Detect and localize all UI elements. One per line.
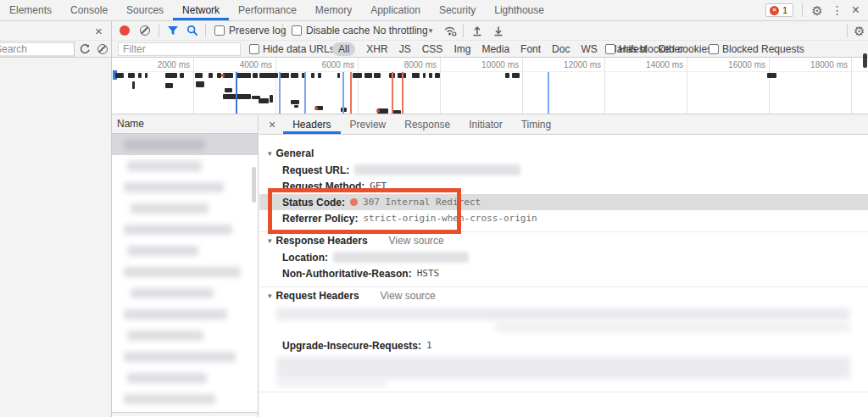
filter-input[interactable] bbox=[118, 42, 241, 56]
request-list-panel: Name bbox=[112, 114, 259, 417]
refresh-icon[interactable] bbox=[79, 43, 91, 55]
clear-requests-icon[interactable] bbox=[140, 25, 150, 36]
request-list-item[interactable] bbox=[112, 176, 258, 197]
request-detail-panel: × Headers Preview Response Initiator Tim… bbox=[259, 114, 868, 417]
hide-data-urls-checkbox[interactable] bbox=[249, 44, 259, 54]
preserve-log-checkbox[interactable] bbox=[214, 25, 225, 36]
request-view-source-link[interactable]: View source bbox=[381, 290, 436, 302]
filter-bar: Hide data URLs AllXHRJSCSSImgMediaFontDo… bbox=[0, 40, 868, 58]
status-redirect-dot-icon bbox=[350, 198, 358, 206]
divider bbox=[802, 3, 803, 17]
filter-chip-font[interactable]: Font bbox=[520, 43, 541, 55]
network-conditions-icon[interactable] bbox=[443, 25, 457, 36]
request-list-item[interactable] bbox=[112, 134, 258, 155]
tab-console[interactable]: Console bbox=[61, 0, 117, 20]
filter-funnel-icon[interactable] bbox=[167, 25, 179, 36]
tab-application[interactable]: Application bbox=[361, 0, 430, 20]
detail-tabbar: × Headers Preview Response Initiator Tim… bbox=[259, 114, 868, 135]
settings-gear-icon[interactable]: ⚙ bbox=[811, 4, 822, 17]
general-section-header[interactable]: ▾ General bbox=[259, 145, 868, 162]
timeline-segment: 18000 ms bbox=[770, 58, 852, 114]
tab-sources[interactable]: Sources bbox=[117, 0, 173, 20]
tab-performance[interactable]: Performance bbox=[229, 0, 306, 20]
upgrade-insecure-requests-row: Upgrade-Insecure-Requests: 1 bbox=[259, 337, 868, 353]
request-list-item[interactable] bbox=[112, 367, 258, 388]
detail-tab-headers[interactable]: Headers bbox=[283, 114, 340, 134]
tab-network[interactable]: Network bbox=[173, 0, 229, 20]
request-list-item[interactable] bbox=[112, 303, 258, 325]
filter-chip-doc[interactable]: Doc bbox=[552, 43, 570, 55]
tab-security[interactable]: Security bbox=[430, 0, 485, 20]
request-list-item[interactable] bbox=[112, 155, 258, 176]
detail-tab-preview[interactable]: Preview bbox=[341, 114, 396, 134]
record-button[interactable] bbox=[120, 25, 130, 36]
filter-chip-js[interactable]: JS bbox=[399, 43, 411, 55]
request-headers-section-header[interactable]: ▾ Request Headers View source bbox=[259, 287, 868, 304]
vertical-scrollbar[interactable] bbox=[863, 53, 867, 68]
disable-cache-checkbox[interactable] bbox=[292, 25, 302, 36]
request-url-label: Request URL: bbox=[282, 164, 349, 176]
search-sidebar bbox=[0, 58, 111, 417]
tab-elements[interactable]: Elements bbox=[0, 0, 61, 20]
list-footer bbox=[112, 413, 258, 416]
referrer-policy-label: Referrer Policy: bbox=[282, 213, 358, 225]
divider bbox=[159, 24, 159, 37]
request-list-item[interactable] bbox=[112, 346, 258, 367]
export-har-icon[interactable] bbox=[492, 25, 504, 36]
tab-lighthouse[interactable]: Lighthouse bbox=[485, 0, 554, 20]
request-url-row: Request URL: bbox=[259, 162, 868, 178]
divider bbox=[205, 24, 206, 37]
throttling-select[interactable]: No throttling bbox=[373, 25, 428, 36]
request-list-item[interactable] bbox=[112, 388, 258, 409]
request-list-item[interactable] bbox=[112, 240, 258, 261]
error-count-badge[interactable]: × 1 bbox=[765, 3, 793, 17]
timeline-overview[interactable]: 2000 ms4000 ms6000 ms8000 ms10000 ms1200… bbox=[112, 58, 868, 114]
timeline-segment: 2000 ms bbox=[112, 58, 194, 114]
name-column-label: Name bbox=[117, 118, 144, 130]
disable-cache-label: Disable cache bbox=[306, 25, 370, 36]
request-method-label: Request Method: bbox=[282, 181, 364, 192]
detail-tab-timing[interactable]: Timing bbox=[512, 114, 561, 134]
filter-chip-xhr[interactable]: XHR bbox=[366, 43, 387, 55]
response-view-source-link[interactable]: View source bbox=[389, 235, 444, 247]
filter-chip-ws[interactable]: WS bbox=[581, 43, 597, 55]
request-list-item[interactable] bbox=[112, 219, 258, 240]
request-headers-title: Request Headers bbox=[276, 290, 359, 302]
name-column-header[interactable]: Name bbox=[112, 114, 258, 134]
filter-chip-media[interactable]: Media bbox=[481, 43, 509, 55]
detail-tab-initiator[interactable]: Initiator bbox=[459, 114, 511, 134]
request-list-item[interactable] bbox=[112, 261, 258, 282]
list-scrollbar[interactable] bbox=[252, 167, 256, 203]
blocked-requests-checkbox[interactable] bbox=[709, 44, 719, 54]
close-search-panel-icon[interactable]: × bbox=[95, 24, 103, 38]
collapse-arrow-icon: ▾ bbox=[268, 149, 272, 158]
network-settings-gear-icon[interactable]: ⚙ bbox=[854, 25, 865, 37]
blocked-requests-label: Blocked Requests bbox=[722, 43, 804, 55]
request-list-item[interactable] bbox=[112, 325, 258, 346]
clear-search-icon[interactable] bbox=[97, 44, 108, 54]
timeline-segment: 12000 ms bbox=[523, 58, 605, 114]
detail-tab-response[interactable]: Response bbox=[395, 114, 459, 134]
search-icon[interactable] bbox=[186, 25, 198, 36]
kebab-menu-icon[interactable]: ⋮ bbox=[832, 4, 843, 16]
search-input[interactable] bbox=[0, 42, 75, 56]
filter-chip-all[interactable]: All bbox=[332, 42, 355, 56]
status-code-row: Status Code: 307 Internal Redirect bbox=[259, 194, 868, 210]
response-headers-section-header[interactable]: ▾ Response Headers View source bbox=[259, 232, 868, 249]
close-detail-icon[interactable]: × bbox=[259, 114, 283, 134]
referrer-policy-value: strict-origin-when-cross-origin bbox=[363, 213, 537, 224]
import-har-icon[interactable] bbox=[471, 25, 483, 36]
timeline-segment: 10000 ms bbox=[441, 58, 523, 114]
redacted-headers-block bbox=[259, 357, 868, 386]
timeline-segment: 8000 ms bbox=[359, 58, 441, 114]
filter-chip-css[interactable]: CSS bbox=[422, 43, 443, 55]
request-list-item[interactable] bbox=[112, 197, 258, 219]
filter-chip-img[interactable]: Img bbox=[453, 43, 470, 55]
divider bbox=[463, 24, 464, 37]
tab-memory[interactable]: Memory bbox=[306, 0, 361, 20]
close-devtools-icon[interactable]: × bbox=[852, 3, 860, 17]
response-headers-title: Response Headers bbox=[276, 235, 368, 247]
request-list-item[interactable] bbox=[112, 282, 258, 303]
throttling-dropdown-arrow-icon[interactable]: ▼ bbox=[427, 27, 434, 35]
has-blocked-cookies-checkbox[interactable] bbox=[605, 44, 615, 54]
